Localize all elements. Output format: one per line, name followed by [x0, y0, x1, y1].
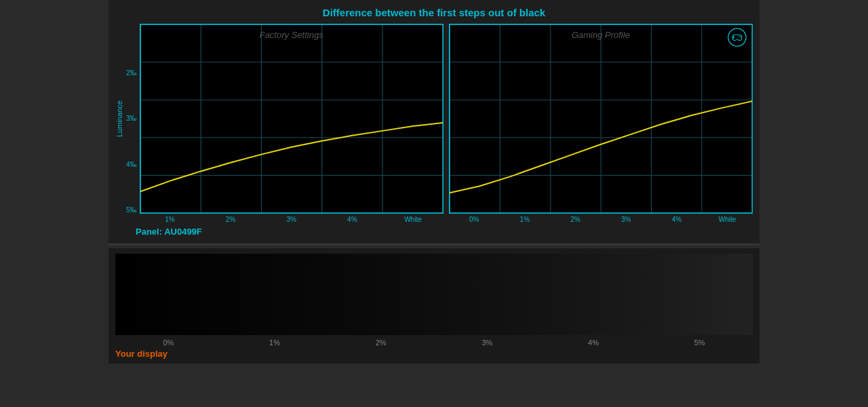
chart2-wrapper: Gaming Profile 0% 1% 2% 3% 4% White: [449, 24, 753, 223]
chart1-x-3: 4%: [321, 216, 382, 223]
svg-point-19: [728, 28, 746, 46]
svg-rect-20: [115, 254, 753, 335]
chart1-wrapper: Factory Settings 1% 2% 3% 4% White: [140, 24, 443, 223]
display-x-5: 5%: [646, 338, 753, 347]
chart2-x-0: 0%: [449, 216, 500, 223]
display-x-labels: 0% 1% 2% 3% 4% 5%: [115, 335, 753, 347]
chart1-x-0: 1%: [140, 216, 201, 223]
display-gradient-svg: [115, 254, 753, 335]
chart1-area: Factory Settings: [140, 24, 443, 214]
chart2-profile-label: Gaming Profile: [450, 30, 752, 40]
main-container: Difference between the first steps out o…: [108, 0, 760, 364]
chart2-x-labels: 0% 1% 2% 3% 4% White: [449, 214, 753, 223]
gaming-profile-icon: [728, 28, 747, 47]
y-axis-label: Luminance: [115, 24, 123, 214]
chart2-x-3: 3%: [601, 216, 652, 223]
chart2-x-5: White: [702, 216, 753, 223]
chart-title: Difference between the first steps out o…: [115, 7, 753, 18]
y-tick-2: 2‰: [126, 70, 137, 77]
display-x-4: 4%: [540, 338, 647, 347]
display-x-0: 0%: [115, 338, 222, 347]
display-x-2: 2%: [328, 338, 434, 347]
chart1-x-labels: 1% 2% 3% 4% White: [140, 214, 443, 223]
display-x-1: 1%: [222, 338, 328, 347]
chart-section: Difference between the first steps out o…: [108, 0, 760, 245]
chart2-x-4: 4%: [652, 216, 703, 223]
your-display-label: Your display: [115, 347, 753, 360]
chart1-grid: [140, 24, 443, 213]
svg-rect-8: [140, 24, 443, 213]
panel-info: Panel: AU0499F: [115, 223, 753, 240]
chart2-x-1: 1%: [499, 216, 550, 223]
chart1-profile-label: Factory Settings: [140, 30, 443, 40]
chart1-x-4: White: [382, 216, 443, 223]
chart1-x-1: 2%: [200, 216, 261, 223]
display-x-3: 3%: [434, 338, 540, 347]
y-tick-3: 3‰: [126, 115, 137, 122]
chart1-x-2: 3%: [261, 216, 322, 223]
y-tick-labels: 5‰ 4‰ 3‰ 2‰: [126, 24, 140, 214]
chart2-grid: [450, 24, 752, 213]
charts-row: Luminance 5‰ 4‰ 3‰ 2‰: [115, 24, 753, 223]
y-tick-4: 4‰: [126, 161, 137, 168]
display-section: 0% 1% 2% 3% 4% 5% Your display: [108, 248, 760, 364]
chart2-x-2: 2%: [550, 216, 601, 223]
display-canvas: [115, 254, 753, 335]
chart2-area: Gaming Profile: [449, 24, 753, 214]
y-tick-5: 5‰: [126, 207, 137, 214]
